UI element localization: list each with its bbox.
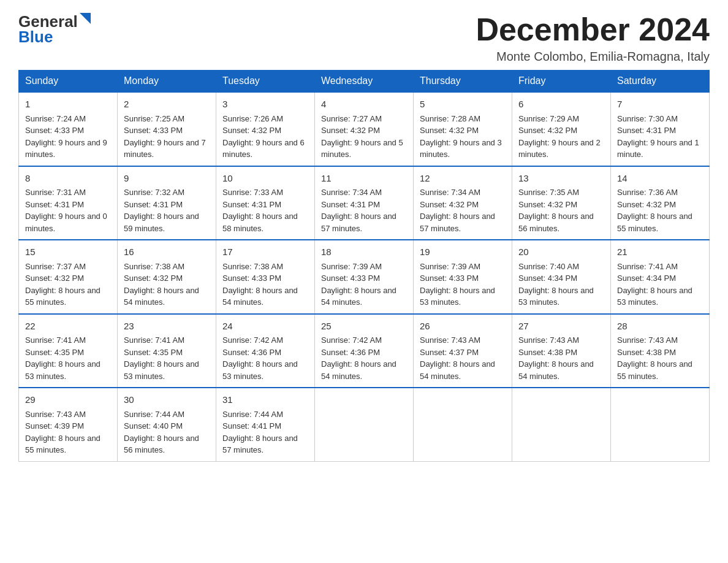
week-row-2: 8Sunrise: 7:31 AMSunset: 4:31 PMDaylight… bbox=[19, 166, 710, 240]
svg-marker-0 bbox=[80, 13, 91, 24]
daylight-label: Daylight: 9 hours and 9 minutes. bbox=[25, 138, 107, 159]
calendar-cell: 8Sunrise: 7:31 AMSunset: 4:31 PMDaylight… bbox=[19, 166, 118, 240]
day-number: 29 bbox=[25, 393, 111, 407]
daylight-label: Daylight: 9 hours and 0 minutes. bbox=[25, 212, 107, 233]
sunrise-label: Sunrise: 7:36 AM bbox=[617, 188, 678, 197]
calendar-cell: 2Sunrise: 7:25 AMSunset: 4:33 PMDaylight… bbox=[118, 92, 216, 166]
daylight-label: Daylight: 8 hours and 54 minutes. bbox=[518, 359, 594, 381]
calendar-cell: 24Sunrise: 7:42 AMSunset: 4:36 PMDayligh… bbox=[216, 314, 315, 388]
sunset-label: Sunset: 4:36 PM bbox=[222, 348, 281, 357]
daylight-label: Daylight: 8 hours and 57 minutes. bbox=[222, 434, 298, 455]
sunrise-label: Sunrise: 7:34 AM bbox=[321, 188, 382, 197]
sunset-label: Sunset: 4:38 PM bbox=[518, 348, 577, 357]
day-number: 22 bbox=[25, 320, 111, 334]
sunset-label: Sunset: 4:33 PM bbox=[124, 126, 183, 135]
calendar-cell: 25Sunrise: 7:42 AMSunset: 4:36 PMDayligh… bbox=[315, 314, 414, 388]
calendar-cell: 9Sunrise: 7:32 AMSunset: 4:31 PMDaylight… bbox=[118, 166, 216, 240]
sunset-label: Sunset: 4:32 PM bbox=[420, 126, 479, 135]
logo: General Blue bbox=[18, 12, 91, 47]
sunset-label: Sunset: 4:32 PM bbox=[617, 200, 676, 209]
logo-triangle-icon bbox=[80, 13, 91, 24]
day-number: 30 bbox=[124, 393, 210, 407]
sunset-label: Sunset: 4:35 PM bbox=[25, 348, 84, 357]
sunrise-label: Sunrise: 7:42 AM bbox=[321, 335, 382, 345]
calendar-header: SundayMondayTuesdayWednesdayThursdayFrid… bbox=[19, 71, 710, 93]
sunrise-label: Sunrise: 7:41 AM bbox=[617, 262, 678, 271]
calendar-cell: 31Sunrise: 7:44 AMSunset: 4:41 PMDayligh… bbox=[216, 388, 315, 461]
calendar-cell: 15Sunrise: 7:37 AMSunset: 4:32 PMDayligh… bbox=[19, 240, 118, 314]
sunrise-label: Sunrise: 7:41 AM bbox=[25, 335, 86, 345]
calendar-cell: 22Sunrise: 7:41 AMSunset: 4:35 PMDayligh… bbox=[19, 314, 118, 388]
sunrise-label: Sunrise: 7:26 AM bbox=[222, 114, 283, 123]
sunset-label: Sunset: 4:35 PM bbox=[124, 348, 183, 357]
sunset-label: Sunset: 4:32 PM bbox=[25, 274, 84, 283]
title-section: December 2024 Monte Colombo, Emilia-Roma… bbox=[476, 12, 710, 64]
sunset-label: Sunset: 4:34 PM bbox=[518, 274, 577, 283]
header-day-saturday: Saturday bbox=[611, 71, 710, 93]
sunset-label: Sunset: 4:34 PM bbox=[617, 274, 676, 283]
sunset-label: Sunset: 4:37 PM bbox=[420, 348, 479, 357]
daylight-label: Daylight: 8 hours and 55 minutes. bbox=[617, 359, 692, 381]
calendar-cell bbox=[611, 388, 710, 461]
header-row: SundayMondayTuesdayWednesdayThursdayFrid… bbox=[19, 71, 710, 93]
daylight-label: Daylight: 8 hours and 56 minutes. bbox=[124, 434, 199, 455]
calendar-cell: 21Sunrise: 7:41 AMSunset: 4:34 PMDayligh… bbox=[611, 240, 710, 314]
sunset-label: Sunset: 4:32 PM bbox=[321, 126, 380, 135]
sunrise-label: Sunrise: 7:43 AM bbox=[420, 335, 480, 345]
calendar-cell: 3Sunrise: 7:26 AMSunset: 4:32 PMDaylight… bbox=[216, 92, 315, 166]
day-number: 19 bbox=[420, 245, 506, 259]
day-number: 8 bbox=[25, 172, 111, 186]
header-day-thursday: Thursday bbox=[414, 71, 512, 93]
day-number: 15 bbox=[25, 245, 111, 259]
week-row-1: 1Sunrise: 7:24 AMSunset: 4:33 PMDaylight… bbox=[19, 92, 710, 166]
calendar-cell: 13Sunrise: 7:35 AMSunset: 4:32 PMDayligh… bbox=[512, 166, 611, 240]
sunrise-label: Sunrise: 7:38 AM bbox=[124, 262, 184, 271]
calendar-cell: 7Sunrise: 7:30 AMSunset: 4:31 PMDaylight… bbox=[611, 92, 710, 166]
sunrise-label: Sunrise: 7:33 AM bbox=[222, 188, 283, 197]
sunset-label: Sunset: 4:33 PM bbox=[321, 274, 380, 283]
daylight-label: Daylight: 8 hours and 53 minutes. bbox=[124, 359, 199, 381]
sunrise-label: Sunrise: 7:27 AM bbox=[321, 114, 382, 123]
sunrise-label: Sunrise: 7:38 AM bbox=[222, 262, 283, 271]
calendar-cell: 20Sunrise: 7:40 AMSunset: 4:34 PMDayligh… bbox=[512, 240, 611, 314]
sunrise-label: Sunrise: 7:25 AM bbox=[124, 114, 184, 123]
sunset-label: Sunset: 4:33 PM bbox=[420, 274, 479, 283]
sunrise-label: Sunrise: 7:32 AM bbox=[124, 188, 184, 197]
day-number: 12 bbox=[420, 172, 506, 186]
daylight-label: Daylight: 8 hours and 55 minutes. bbox=[25, 434, 100, 455]
location-title: Monte Colombo, Emilia-Romagna, Italy bbox=[476, 50, 710, 64]
day-number: 11 bbox=[321, 172, 407, 186]
day-number: 13 bbox=[518, 172, 604, 186]
sunset-label: Sunset: 4:32 PM bbox=[518, 126, 577, 135]
calendar-cell bbox=[315, 388, 414, 461]
sunset-label: Sunset: 4:38 PM bbox=[617, 348, 676, 357]
calendar-cell: 27Sunrise: 7:43 AMSunset: 4:38 PMDayligh… bbox=[512, 314, 611, 388]
calendar-cell: 11Sunrise: 7:34 AMSunset: 4:31 PMDayligh… bbox=[315, 166, 414, 240]
day-number: 17 bbox=[222, 245, 308, 259]
calendar-cell bbox=[512, 388, 611, 461]
month-title: December 2024 bbox=[476, 12, 710, 47]
day-number: 10 bbox=[222, 172, 308, 186]
calendar-cell bbox=[414, 388, 512, 461]
day-number: 24 bbox=[222, 320, 308, 334]
calendar-cell: 4Sunrise: 7:27 AMSunset: 4:32 PMDaylight… bbox=[315, 92, 414, 166]
daylight-label: Daylight: 8 hours and 53 minutes. bbox=[420, 286, 495, 307]
day-number: 7 bbox=[617, 98, 703, 112]
sunset-label: Sunset: 4:31 PM bbox=[321, 200, 380, 209]
sunrise-label: Sunrise: 7:40 AM bbox=[518, 262, 579, 271]
daylight-label: Daylight: 8 hours and 54 minutes. bbox=[124, 286, 199, 307]
sunrise-label: Sunrise: 7:41 AM bbox=[124, 335, 184, 345]
day-number: 20 bbox=[518, 245, 604, 259]
header-day-monday: Monday bbox=[118, 71, 216, 93]
header-day-wednesday: Wednesday bbox=[315, 71, 414, 93]
daylight-label: Daylight: 8 hours and 58 minutes. bbox=[222, 212, 298, 233]
sunset-label: Sunset: 4:36 PM bbox=[321, 348, 380, 357]
sunrise-label: Sunrise: 7:31 AM bbox=[25, 188, 86, 197]
day-number: 5 bbox=[420, 98, 506, 112]
week-row-3: 15Sunrise: 7:37 AMSunset: 4:32 PMDayligh… bbox=[19, 240, 710, 314]
logo-text: General Blue bbox=[18, 12, 91, 47]
calendar-cell: 19Sunrise: 7:39 AMSunset: 4:33 PMDayligh… bbox=[414, 240, 512, 314]
calendar-cell: 1Sunrise: 7:24 AMSunset: 4:33 PMDaylight… bbox=[19, 92, 118, 166]
daylight-label: Daylight: 8 hours and 53 minutes. bbox=[617, 286, 692, 307]
sunset-label: Sunset: 4:31 PM bbox=[25, 200, 84, 209]
